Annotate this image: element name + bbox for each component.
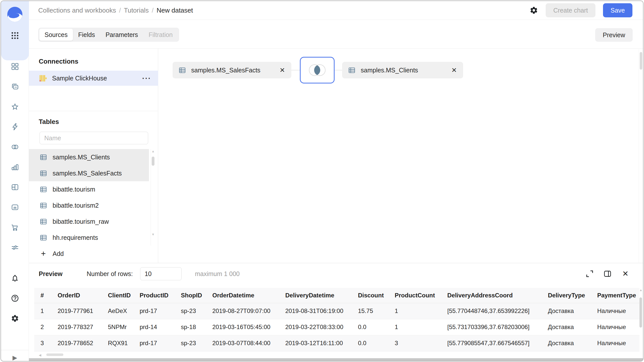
lightning-icon [11, 123, 19, 131]
table-list-item[interactable]: hh.requirements [29, 230, 149, 246]
preview-fullscreen-button[interactable] [585, 269, 594, 278]
tables-list-scrollbar: ▲ ▼ [151, 149, 155, 246]
sliders-icon [11, 243, 19, 252]
sidebar-item-objects[interactable] [9, 60, 21, 72]
column-header: OrderDatetime [206, 288, 279, 303]
join-type-button[interactable] [300, 57, 335, 83]
table-search-input[interactable] [39, 132, 148, 144]
sidebar-item-marketplace[interactable] [9, 221, 21, 233]
source-chip-label: samples.MS_SalesFacts [191, 67, 260, 74]
sidebar-item-datasets[interactable] [9, 141, 21, 153]
preview-close-button[interactable]: ✕ [621, 269, 630, 278]
join-connector-line [291, 70, 300, 70]
cell-row-number: 1 [34, 303, 51, 319]
cell-client-id: RQX91 [102, 335, 133, 351]
cell-delivery-datetime: 2019-08-31T06:19:00 [279, 303, 352, 319]
window-horizontal-scrollbar[interactable] [1, 358, 643, 361]
cell-product-count: 3 [388, 335, 441, 351]
sidebar-item-charts[interactable] [9, 161, 21, 173]
source-chip-clients[interactable]: samples.MS_Clients ✕ [342, 62, 463, 78]
column-header: # [34, 288, 51, 303]
table-row: 2 2019-778327 5NPMr prd-14 sp-18 2019-03… [34, 319, 639, 335]
app-switcher-grid-icon[interactable] [11, 32, 19, 39]
sidebar-item-help[interactable] [9, 292, 21, 304]
connection-item-sample-clickhouse[interactable]: Sample ClickHouse ⋯ [29, 71, 158, 86]
connection-menu-ellipsis-icon[interactable]: ⋯ [142, 76, 151, 81]
four-squares-icon [11, 62, 19, 71]
scrollbar-thumb[interactable] [639, 297, 642, 328]
help-icon [11, 294, 19, 302]
remove-source-icon[interactable]: ✕ [444, 66, 457, 74]
column-header: ProductCount [388, 288, 441, 303]
breadcrumb-tutorials[interactable]: Tutorials [124, 7, 149, 14]
sidebar-item-storage[interactable] [9, 201, 21, 213]
tables-list: samples.MS_Clients samples.MS_SalesFacts [29, 149, 149, 246]
dataset-tabs: Sources Fields Parameters Filtration [38, 28, 179, 42]
datalens-logo-icon[interactable] [7, 6, 23, 22]
tab-parameters[interactable]: Parameters [100, 29, 143, 41]
scrollbar-thumb[interactable] [46, 353, 63, 356]
tab-sources[interactable]: Sources [39, 29, 73, 41]
app-window: ▶ Collections and workbooks / Tutorials … [1, 1, 643, 361]
source-chip-salesfacts[interactable]: samples.MS_SalesFacts ✕ [173, 62, 291, 78]
scroll-left-icon[interactable]: ◀ [39, 353, 41, 357]
save-button[interactable]: Save [603, 3, 632, 17]
cell-delivery-address-coord: [55.770448746,37.653992226] [441, 303, 542, 319]
preview-panel: Preview Number of rows: maximum 1 000 ✕ [29, 263, 643, 359]
sources-panel: Connections Sample ClickHouse ⋯ Tables [29, 49, 158, 263]
table-row: 3 2019-778652 RQX91 prd-17 sp-23 2019-03… [34, 335, 639, 351]
table-list-item[interactable]: samples.MS_SalesFacts [29, 165, 149, 181]
cell-product-id: prd-17 [133, 303, 175, 319]
breadcrumb: Collections and workbooks / Tutorials / … [38, 7, 193, 14]
sidebar-item-dashboards[interactable] [9, 181, 21, 193]
sidebar-item-notifications[interactable] [9, 272, 21, 284]
plus-icon: + [39, 249, 47, 258]
table-list-item[interactable]: bibattle.tourism [29, 181, 149, 197]
remove-source-icon[interactable]: ✕ [272, 66, 285, 74]
column-header: OrderID [51, 288, 102, 303]
cell-row-number: 3 [34, 335, 51, 351]
column-header: Discount [352, 288, 388, 303]
scrollbar-thumb[interactable] [152, 157, 154, 166]
column-header: ProductID [133, 288, 175, 303]
sidebar-item-favorites[interactable] [9, 101, 21, 113]
sidebar-item-settings[interactable] [9, 312, 21, 324]
cell-product-id: prd-17 [133, 335, 175, 351]
preview-split-view-button[interactable] [603, 269, 612, 278]
toggle-preview-button[interactable]: Preview [595, 28, 633, 42]
dataset-settings-button[interactable] [530, 6, 538, 15]
table-list-item[interactable]: bibattle.tourism_raw [29, 213, 149, 230]
sidebar-item-collections[interactable] [9, 80, 21, 93]
cell-discount: 15.75 [352, 303, 388, 319]
rows-max-hint: maximum 1 000 [195, 270, 240, 278]
scroll-down-icon[interactable]: ▼ [151, 233, 155, 236]
table-list-item[interactable]: bibattle.tourism2 [29, 197, 149, 213]
table-grid-icon [39, 234, 47, 242]
table-name: bibattle.tourism_raw [53, 218, 109, 225]
preview-table-header-row: #OrderIDClientIDProductIDShopIDOrderDate… [34, 288, 639, 303]
sidebar-item-services[interactable] [9, 241, 21, 253]
expand-icon [585, 269, 594, 278]
sidebar-expand-icon[interactable]: ▶ [9, 352, 21, 361]
tab-fields[interactable]: Fields [73, 29, 100, 41]
scrollbar-thumb[interactable] [640, 52, 642, 70]
column-header: ShopID [175, 288, 206, 303]
scroll-up-icon[interactable]: ▲ [151, 150, 155, 153]
add-table-button[interactable]: + Add [29, 246, 149, 262]
cell-product-id: prd-14 [133, 319, 175, 335]
tab-filtration[interactable]: Filtration [143, 29, 178, 41]
cell-delivery-address-coord: [55.731703396,37.678203006] [441, 319, 542, 335]
gear-icon [11, 314, 19, 323]
canvas-scrollbar [639, 49, 643, 263]
table-list-item[interactable]: samples.MS_Clients [29, 149, 149, 165]
column-header: DeliveryType [542, 288, 591, 303]
create-chart-button[interactable]: Create chart [546, 3, 595, 17]
cell-product-count: 1 [388, 319, 441, 335]
preview-table: #OrderIDClientIDProductIDShopIDOrderDate… [34, 288, 639, 351]
sidebar-item-connections[interactable] [9, 121, 21, 133]
rows-count-input[interactable] [140, 267, 182, 280]
bell-icon [11, 274, 19, 282]
table-row: 1 2019-777961 AeDeX prd-17 sp-23 2019-08… [34, 303, 639, 319]
breadcrumb-collections[interactable]: Collections and workbooks [38, 7, 116, 14]
scroll-up-icon[interactable]: ▲ [639, 288, 642, 292]
